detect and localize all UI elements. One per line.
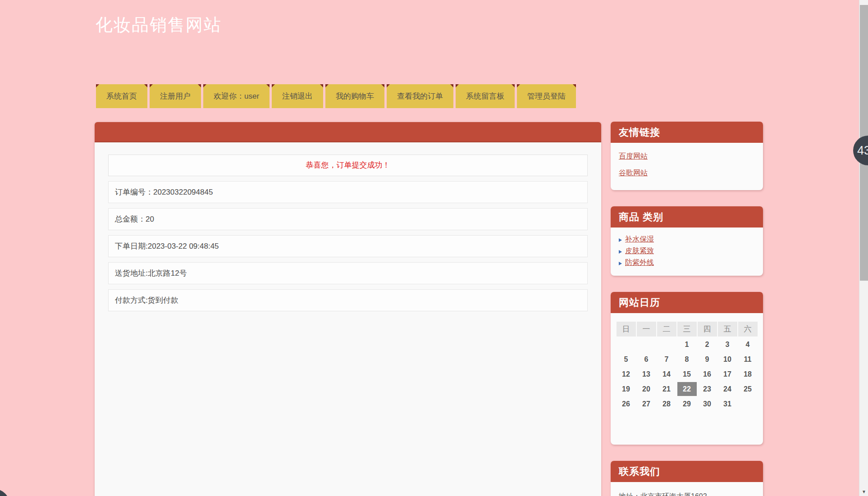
tab-welcome-user[interactable]: 欢迎你：user [203, 84, 270, 108]
order-result-panel: 恭喜您，订单提交成功！ 订单编号：20230322094845 总金额：20 下… [95, 122, 601, 496]
category-link-moisturizing[interactable]: 补水保湿 [625, 235, 654, 244]
weekday-tue: 二 [657, 322, 676, 337]
calendar-panel: 网站日历 日 一 二 三 四 五 六 [611, 292, 763, 445]
tab-my-orders[interactable]: 查看我的订单 [387, 84, 453, 108]
order-number-row: 订单编号：20230322094845 [108, 181, 588, 203]
calendar-day: 4 [738, 337, 758, 351]
calendar-day: 25 [738, 382, 758, 396]
weekday-wed: 三 [677, 322, 697, 337]
weekday-mon: 一 [637, 322, 656, 337]
calendar-day: 18 [738, 367, 758, 381]
calendar-day: 26 [617, 397, 636, 411]
arrow-bullet-icon [619, 262, 622, 265]
calendar-day-selected: 22 [677, 382, 697, 396]
calendar-day: 11 [738, 352, 758, 366]
corner-overlay-dot [0, 489, 10, 496]
calendar-day: 28 [657, 397, 676, 411]
calendar-day: 19 [617, 382, 636, 396]
category-link-firming[interactable]: 皮肤紧致 [625, 246, 654, 256]
main-nav: 系统首页 注册用户 欢迎你：user 注销退出 我的购物车 查看我的订单 系统留… [96, 84, 576, 108]
calendar-body: 日 一 二 三 四 五 六 1 2 [611, 313, 763, 445]
tab-message-board[interactable]: 系统留言板 [456, 84, 515, 108]
calendar-day: 31 [718, 397, 737, 411]
contact-title: 联系我们 [611, 461, 763, 482]
arrow-bullet-icon [619, 250, 622, 254]
calendar-day: 24 [718, 382, 737, 396]
notification-badge[interactable]: 43 [853, 136, 868, 165]
tab-admin-login[interactable]: 管理员登陆 [517, 84, 576, 108]
link-baidu[interactable]: 百度网站 [619, 152, 648, 161]
product-category-title: 商品 类别 [611, 206, 763, 228]
friend-links-panel: 友情链接 百度网站 谷歌网站 [611, 122, 763, 190]
calendar-day: 7 [657, 352, 676, 366]
contact-address: 地址：北京市环海大厦1602 [611, 482, 763, 496]
calendar-day: 23 [698, 382, 717, 396]
friend-links-body: 百度网站 谷歌网站 [611, 143, 763, 190]
calendar-day [617, 337, 636, 351]
calendar-day: 10 [718, 352, 737, 366]
calendar-day: 8 [677, 352, 697, 366]
calendar-day: 21 [657, 382, 676, 396]
order-success-message: 恭喜您，订单提交成功！ [108, 155, 588, 176]
category-link-uv-protection[interactable]: 防紫外线 [625, 258, 654, 268]
product-category-panel: 商品 类别 补水保湿 皮肤紧致 防紫外线 [611, 206, 763, 276]
order-panel-header-bar [95, 122, 601, 142]
calendar-day [637, 337, 656, 351]
calendar-day: 16 [698, 367, 717, 381]
weekday-sat: 六 [738, 322, 758, 337]
weekday-sun: 日 [617, 322, 636, 337]
tab-home[interactable]: 系统首页 [96, 84, 147, 108]
calendar-day: 14 [657, 367, 676, 381]
product-category-body: 补水保湿 皮肤紧致 防紫外线 [611, 228, 763, 276]
calendar-title: 网站日历 [611, 292, 763, 313]
calendar-day: 5 [617, 352, 636, 366]
order-address-row: 送货地址:北京路12号 [108, 262, 588, 284]
tab-logout[interactable]: 注销退出 [272, 84, 323, 108]
page-title: 化妆品销售网站 [96, 14, 222, 36]
calendar-day [738, 397, 758, 411]
calendar-day: 30 [698, 397, 717, 411]
contact-panel: 联系我们 地址：北京市环海大厦1602 [611, 461, 763, 496]
calendar-day: 3 [718, 337, 737, 351]
calendar-day: 13 [637, 367, 656, 381]
calendar-day: 1 [677, 337, 697, 351]
calendar-day: 15 [677, 367, 697, 381]
tab-register[interactable]: 注册用户 [150, 84, 201, 108]
arrow-bullet-icon [619, 238, 622, 242]
order-payment-row: 付款方式:货到付款 [108, 289, 588, 311]
scrollbar-down-arrow-icon[interactable]: ▼ [859, 489, 868, 496]
category-item: 皮肤紧致 [619, 245, 755, 257]
vertical-scrollbar[interactable]: ▼ [859, 0, 868, 496]
order-panel-body: 恭喜您，订单提交成功！ 订单编号：20230322094845 总金额：20 下… [95, 142, 601, 323]
link-google[interactable]: 谷歌网站 [619, 168, 648, 178]
tab-cart[interactable]: 我的购物车 [325, 84, 384, 108]
calendar-table: 日 一 二 三 四 五 六 1 2 [616, 321, 758, 412]
category-item: 补水保湿 [619, 233, 755, 245]
calendar-day: 20 [637, 382, 656, 396]
order-date-row: 下单日期:2023-03-22 09:48:45 [108, 235, 588, 257]
weekday-fri: 五 [718, 322, 737, 337]
calendar-day: 27 [637, 397, 656, 411]
order-total-row: 总金额：20 [108, 208, 588, 230]
calendar-day: 29 [677, 397, 697, 411]
calendar-day: 9 [698, 352, 717, 366]
calendar-day: 6 [637, 352, 656, 366]
notification-badge-count: 43 [857, 144, 868, 158]
friend-links-title: 友情链接 [611, 122, 763, 143]
calendar-day [657, 337, 676, 351]
category-item: 防紫外线 [619, 257, 755, 268]
calendar-day: 2 [698, 337, 717, 351]
sidebar: 友情链接 百度网站 谷歌网站 商品 类别 补水保湿 皮肤紧致 防紫外线 网站日历 [611, 122, 763, 496]
weekday-thu: 四 [698, 322, 717, 337]
calendar-day: 12 [617, 367, 636, 381]
calendar-day: 17 [718, 367, 737, 381]
